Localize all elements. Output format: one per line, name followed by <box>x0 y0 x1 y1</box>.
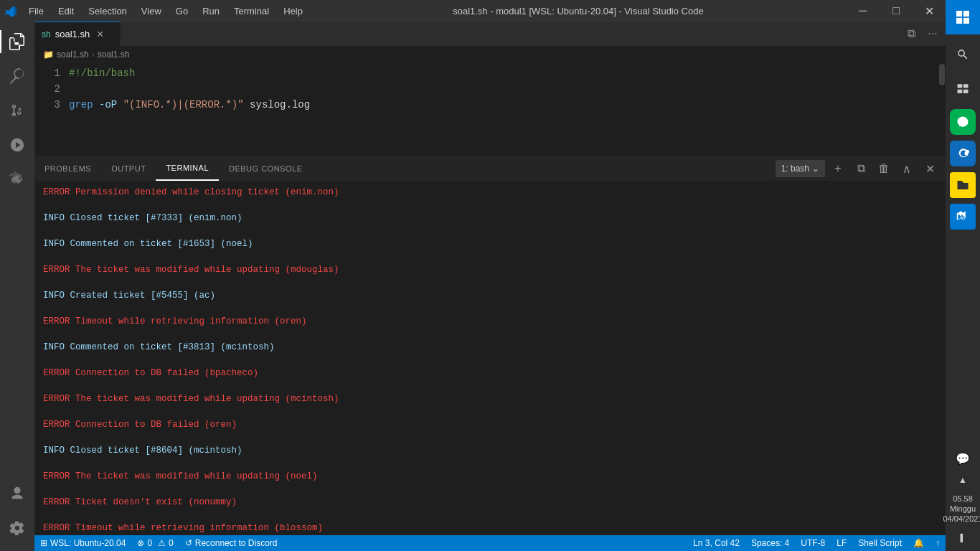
breadcrumb-folder-label[interactable]: soal1.sh <box>57 50 89 60</box>
menu-edit[interactable]: Edit <box>51 0 81 22</box>
new-terminal-button[interactable]: + <box>828 159 848 179</box>
system-tray: 💬 ▲ 05.58 Minggu 04/04/2021 ▌ <box>946 448 980 551</box>
show-desktop-button[interactable]: ▌ <box>946 527 980 548</box>
activity-bar <box>0 22 34 551</box>
tab-bar: sh soal1.sh × ⧉ ··· <box>34 22 946 47</box>
terminal-line: INFO Closed ticket [#7333] (enim.non) <box>43 212 937 225</box>
breadcrumb-separator: › <box>92 50 95 60</box>
wsl-icon: ⊞ <box>40 538 47 548</box>
scrollbar-thumb <box>939 64 945 85</box>
menu-file[interactable]: File <box>22 0 51 22</box>
menu-help[interactable]: Help <box>276 0 310 22</box>
panel-tab-debug-console[interactable]: DEBUG CONSOLE <box>219 156 312 181</box>
more-actions-button[interactable]: ··· <box>923 24 943 44</box>
panel-area: PROBLEMS OUTPUT TERMINAL DEBUG CONSOLE 1… <box>34 156 946 535</box>
status-ln-col[interactable]: Ln 3, Col 42 <box>687 535 745 551</box>
panel-tabs: PROBLEMS OUTPUT TERMINAL DEBUG CONSOLE 1… <box>34 156 946 182</box>
terminal-line: ERROR Permission denied while closing ti… <box>43 186 937 199</box>
system-tray-icons[interactable]: ▲ <box>946 469 980 491</box>
terminal-line: INFO Closed ticket [#8604] (mcintosh) <box>43 444 937 457</box>
breadcrumb-file[interactable]: soal1.sh <box>98 50 130 60</box>
activity-item-source-control[interactable] <box>0 93 34 128</box>
tab-file-icon: sh <box>42 29 51 39</box>
status-bar: ⊞ WSL: Ubuntu-20.04 ⊗ 0 ⚠ 0 ↺ Reconnect … <box>34 535 946 551</box>
bash-session-selector[interactable]: 1: bash ⌄ <box>776 160 825 177</box>
svg-rect-0 <box>956 11 962 17</box>
status-bar-left: ⊞ WSL: Ubuntu-20.04 ⊗ 0 ⚠ 0 ↺ Reconnect … <box>34 535 283 551</box>
windows-start-button[interactable] <box>946 0 980 34</box>
panel-tab-output[interactable]: OUTPUT <box>101 156 156 181</box>
status-eol[interactable]: LF <box>831 535 852 551</box>
taskbar-edge-button[interactable] <box>950 141 976 166</box>
discord-label: Reconnect to Discord <box>195 538 278 548</box>
wsl-label: WSL: Ubuntu-20.04 <box>50 538 126 548</box>
warning-count: 0 <box>169 538 174 548</box>
status-encoding[interactable]: UTF-8 <box>795 535 831 551</box>
code-content[interactable]: #!/bin/bash grep -oP "(INFO.*)|(ERROR.*)… <box>69 62 938 156</box>
status-discord[interactable]: ↺ Reconnect to Discord <box>179 535 283 551</box>
breadcrumb-folder[interactable]: 📁 <box>43 50 54 60</box>
clock-day: Minggu <box>943 504 980 514</box>
activity-item-run-debug[interactable] <box>0 128 34 162</box>
close-panel-button[interactable]: ✕ <box>920 159 940 179</box>
menu-go[interactable]: Go <box>169 0 195 22</box>
panel-tab-problems[interactable]: PROBLEMS <box>34 156 101 181</box>
system-clock: 05.58 Minggu 04/04/2021 <box>943 491 980 527</box>
status-sync[interactable]: ↑ <box>930 535 946 551</box>
menu-view[interactable]: View <box>134 0 169 22</box>
menu-selection[interactable]: Selection <box>81 0 133 22</box>
tab-close-icon[interactable]: × <box>97 28 103 41</box>
terminal-line: ERROR Connection to DB failed (bpacheco) <box>43 367 937 380</box>
split-editor-button[interactable]: ⧉ <box>901 24 921 44</box>
code-editor[interactable]: 1 2 3 #!/bin/bash grep -oP "(INFO.*)|(ER… <box>34 62 946 156</box>
window-title: soal1.sh - modul1 [WSL: Ubuntu-20.04] - … <box>310 6 847 17</box>
bash-session-label: 1: bash <box>781 164 809 174</box>
menu-run[interactable]: Run <box>195 0 227 22</box>
activity-item-explorer[interactable] <box>0 24 34 59</box>
terminal-line: ERROR The ticket was modified while upda… <box>43 392 937 405</box>
svg-rect-2 <box>956 18 962 24</box>
line-numbers: 1 2 3 <box>34 62 69 156</box>
terminal-line: INFO Created ticket [#5455] (ac) <box>43 289 937 302</box>
taskbar-files-button[interactable] <box>950 172 976 198</box>
taskbar-taskview-button[interactable] <box>946 72 980 106</box>
status-wsl[interactable]: ⊞ WSL: Ubuntu-20.04 <box>34 535 131 551</box>
maximize-panel-button[interactable]: ∧ <box>897 159 917 179</box>
terminal-line: ERROR Ticket doesn't exist (nonummy) <box>43 496 937 509</box>
terminal-content[interactable]: ERROR Permission denied while closing ti… <box>34 182 946 535</box>
tab-soal1[interactable]: sh soal1.sh × <box>34 22 121 46</box>
status-feedback[interactable]: 🔔 <box>908 535 930 551</box>
svg-rect-7 <box>963 90 969 93</box>
chat-icon[interactable]: 💬 <box>946 448 980 469</box>
window-controls: ─ □ ✕ <box>847 0 946 22</box>
taskbar-line-button[interactable] <box>950 109 976 135</box>
bash-session-chevron: ⌄ <box>812 164 819 174</box>
terminal-line: ERROR Timeout while retrieving informati… <box>43 522 937 534</box>
taskbar-vscode-button[interactable] <box>950 204 976 230</box>
svg-rect-1 <box>963 11 969 17</box>
editor-scrollbar[interactable] <box>938 62 946 156</box>
taskbar-search-button[interactable] <box>946 37 980 72</box>
tab-label: soal1.sh <box>55 29 90 39</box>
status-spaces[interactable]: Spaces: 4 <box>745 535 795 551</box>
status-errors[interactable]: ⊗ 0 ⚠ 0 <box>131 535 179 551</box>
close-button[interactable]: ✕ <box>913 0 946 22</box>
minimize-button[interactable]: ─ <box>847 0 880 22</box>
maximize-button[interactable]: □ <box>880 0 913 22</box>
split-terminal-button[interactable]: ⧉ <box>851 159 871 179</box>
terminal-line: ERROR The ticket was modified while upda… <box>43 470 937 483</box>
activity-item-account[interactable] <box>0 476 34 511</box>
activity-item-extensions[interactable] <box>0 162 34 197</box>
kill-terminal-button[interactable]: 🗑 <box>874 159 894 179</box>
title-bar-left: File Edit Selection View Go Run Terminal… <box>0 0 310 22</box>
menu-terminal[interactable]: Terminal <box>227 0 276 22</box>
discord-icon: ↺ <box>185 538 192 548</box>
title-bar: File Edit Selection View Go Run Terminal… <box>0 0 946 22</box>
activity-item-search[interactable] <box>0 59 34 93</box>
activity-item-settings[interactable] <box>0 511 34 545</box>
tab-actions: ⧉ ··· <box>901 22 946 46</box>
error-icon: ⊗ <box>137 538 144 548</box>
status-language[interactable]: Shell Script <box>852 535 908 551</box>
panel-tab-terminal[interactable]: TERMINAL <box>156 156 219 181</box>
breadcrumb: 📁 soal1.sh › soal1.sh <box>34 47 946 62</box>
